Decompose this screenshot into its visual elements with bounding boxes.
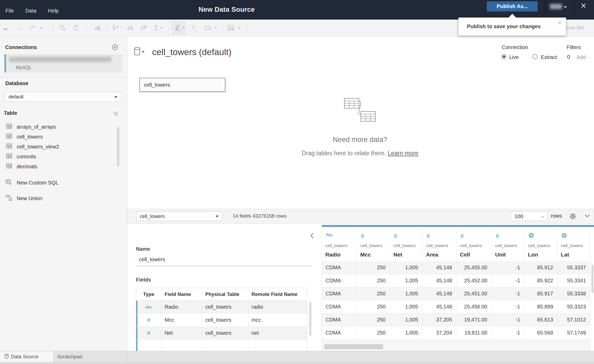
user-menu[interactable] <box>550 4 562 9</box>
fit-width-icon[interactable] <box>205 25 212 31</box>
statusbar: Data Source Scratchpad <box>0 351 594 362</box>
clear-sheet-icon[interactable] <box>94 25 101 31</box>
grid-column-header-unit[interactable]: #cell_towersUnit <box>492 225 525 261</box>
show-me-panel-caret-icon[interactable] <box>238 27 241 29</box>
titlebar-separator <box>545 0 545 14</box>
table-grid-icon <box>6 143 12 150</box>
tableau-window: FileDataHelp New Data Source Publish As.… <box>0 0 594 364</box>
user-caret-icon[interactable] <box>564 6 567 8</box>
refresh-icon[interactable] <box>73 25 79 31</box>
tab-data-source[interactable]: Data Source <box>0 351 53 362</box>
name-input[interactable]: cell_towers <box>139 256 165 262</box>
grid-column-header-lon[interactable]: cell_towersLon <box>525 225 557 261</box>
table-grid-icon <box>6 133 12 140</box>
grid-cell: 37,205 <box>423 313 457 326</box>
sidebar-table-cell_towers[interactable]: cell_towers <box>0 132 123 142</box>
redo-icon[interactable] <box>29 25 36 31</box>
fields-row-partial <box>136 340 307 351</box>
database-heading: Database <box>5 80 28 86</box>
grid-vertical-scrollbar-thumb[interactable] <box>591 265 593 293</box>
apply-arrow-icon[interactable]: → <box>539 213 545 219</box>
show-me-panel-icon[interactable] <box>227 25 234 31</box>
fields-row-radio[interactable]: AbcRadiocell_towersradio <box>136 301 307 314</box>
toolbar-divider <box>87 22 87 33</box>
window-close-icon[interactable]: × <box>581 1 586 10</box>
grid-column-header-radio[interactable]: Abccell_towersRadio <box>322 225 357 261</box>
sidebar-table-label: commits <box>17 154 36 160</box>
pause-datasource-icon[interactable] <box>59 25 66 31</box>
text-label-icon[interactable]: T <box>190 25 196 31</box>
geographic-type-icon <box>561 233 567 239</box>
table-search-icon[interactable] <box>113 111 119 118</box>
table-selector[interactable]: cell_towers <box>136 211 222 221</box>
number-type-icon: # <box>460 233 464 240</box>
fields-table-header: Type Field Name Physical Table Remote Fi… <box>136 288 307 301</box>
datasource-caret-icon[interactable] <box>142 51 145 53</box>
sidebar-table-arrays_of_arrays[interactable]: arrays_of_arrays <box>0 122 123 132</box>
row-count-input[interactable]: 100 → <box>511 211 548 221</box>
new-custom-sql-label: New Custom SQL <box>17 180 58 186</box>
swap-rows-columns-icon[interactable] <box>112 25 119 31</box>
grid-column-table: cell_towers <box>561 243 583 248</box>
grid-row: CDMA2501,00545,14825,455.00-185.91255.33… <box>322 261 590 274</box>
totals-caret-icon[interactable] <box>160 27 163 29</box>
menu-help[interactable]: Help <box>48 8 58 14</box>
radio-live[interactable] <box>501 54 507 59</box>
grid-cell: 45,148 <box>423 274 457 287</box>
back-icon[interactable]: ← <box>3 25 9 31</box>
sidebar-table-decimals[interactable]: decimals <box>0 162 123 171</box>
grid-column-header-cell[interactable]: #cell_towersCell <box>457 225 492 261</box>
collapse-panel-icon[interactable] <box>309 232 315 240</box>
table-grid-icon <box>6 123 12 130</box>
toolbar-divider <box>107 22 107 33</box>
fit-caret-icon[interactable] <box>214 27 217 29</box>
database-select[interactable]: default <box>5 92 121 102</box>
sort-ascending-icon[interactable] <box>127 25 134 31</box>
new-union-button[interactable]: New Union <box>0 193 123 203</box>
grid-cell: 1,005 <box>390 261 423 274</box>
custom-sql-icon <box>5 179 12 187</box>
highlight-button[interactable] <box>172 21 186 35</box>
learn-more-link[interactable]: Learn more <box>388 150 418 157</box>
grid-cell: 37,204 <box>423 326 457 339</box>
connection-item[interactable]: MySQL <box>4 54 122 73</box>
grid-column-header-net[interactable]: #cell_towersNet <box>390 225 423 261</box>
menu-data[interactable]: Data <box>25 8 36 14</box>
grid-cell: 250 <box>357 300 390 313</box>
publish-as-button[interactable]: Publish As... <box>487 1 538 11</box>
table-node-cell-towers[interactable]: cell_towers <box>139 78 225 92</box>
grid-column-header-mcc[interactable]: #cell_towersMcc <box>357 225 390 261</box>
fields-table-scrollbar[interactable] <box>309 302 311 336</box>
sidebar-table-commits[interactable]: commits <box>0 152 123 162</box>
menubar: FileDataHelp <box>5 8 59 14</box>
add-connection-icon[interactable] <box>112 44 118 51</box>
totals-icon[interactable]: Σ <box>153 25 160 31</box>
grid-cell: 25,456.00 <box>457 300 492 313</box>
new-custom-sql-button[interactable]: New Custom SQL <box>0 178 123 188</box>
grid-column-header-lat[interactable]: cell_towersLat <box>557 225 590 261</box>
tab-scratchpad[interactable]: Scratchpad <box>53 351 127 362</box>
forward-icon[interactable]: → <box>17 25 24 31</box>
grid-settings-gear-icon[interactable] <box>569 213 577 221</box>
grid-cell: 55.3341 <box>557 274 590 287</box>
grid-horizontal-scrollbar-thumb[interactable] <box>324 344 383 349</box>
fields-row-mcc[interactable]: #Mcccell_towersmcc <box>136 314 307 327</box>
tooltip-close-icon[interactable]: × <box>557 19 562 27</box>
filters-add-link[interactable]: Add <box>577 54 586 60</box>
radio-extract[interactable] <box>532 54 538 59</box>
table-list-scrollbar[interactable] <box>117 127 119 166</box>
sort-descending-icon[interactable] <box>140 25 147 31</box>
sidebar-table-cell_towers_view2[interactable]: cell_towers_view2 <box>0 142 123 152</box>
fields-row-net[interactable]: #Netcell_towersnet <box>136 327 307 340</box>
grid-horizontal-scrollbar[interactable] <box>322 344 588 350</box>
menu-file[interactable]: File <box>5 8 14 14</box>
redo-caret-icon[interactable] <box>40 27 42 29</box>
empty-state-text: Drag tables here to relate them. Learn m… <box>282 150 438 157</box>
grid-column-header-area[interactable]: #cell_towersArea <box>423 225 457 261</box>
highlight-caret-icon <box>182 27 185 29</box>
sidebar-divider <box>0 77 127 77</box>
grid-cell: 57.1749 <box>557 326 590 339</box>
grid-chevron-down-icon[interactable] <box>584 214 590 219</box>
physical-table-cell: cell_towers <box>202 301 248 313</box>
grid-cell: CDMA <box>322 287 357 300</box>
